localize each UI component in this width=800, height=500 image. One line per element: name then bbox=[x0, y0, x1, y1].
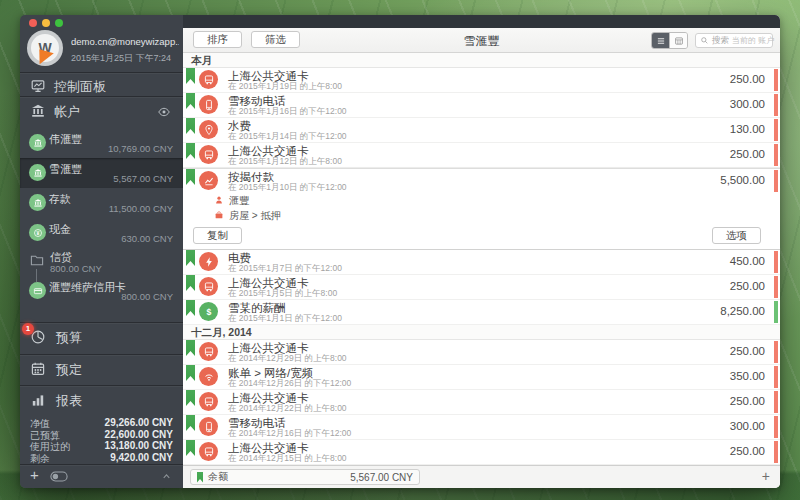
transaction-row[interactable]: 上海公共交通卡在 2015年1月12日 的上午8:00250.00 bbox=[183, 143, 780, 168]
window-controls bbox=[29, 19, 63, 27]
main-area: 排序 筛选 雪滙豐 搜索 当前的 账户 本月上海公共交通卡在 2015 bbox=[183, 15, 780, 488]
grid-view-icon[interactable] bbox=[669, 33, 687, 48]
sidebar-item-报表[interactable]: 报表 bbox=[20, 387, 183, 413]
transaction-amount: 250.00 bbox=[730, 445, 765, 457]
bank-icon bbox=[29, 134, 46, 151]
transaction-date: 在 2014年12月22日 的上午8:00 bbox=[228, 403, 347, 415]
bus-icon bbox=[199, 70, 218, 89]
transaction-amount: 130.00 bbox=[730, 123, 765, 135]
flag-icon bbox=[197, 472, 203, 483]
transaction-row[interactable]: 雪某的薪酬在 2015年1月1日 的下午12:008,250.00 bbox=[183, 300, 780, 325]
flag-icon[interactable] bbox=[186, 118, 195, 134]
group-header: 本月 bbox=[183, 53, 780, 68]
bus-icon bbox=[199, 442, 218, 461]
transaction-row[interactable]: 上海公共交通卡在 2014年12月29日 的上午8:00250.00 bbox=[183, 340, 780, 365]
transaction-date: 在 2015年1月1日 的下午12:00 bbox=[228, 313, 342, 325]
bank-icon bbox=[29, 194, 46, 211]
sidebar-item-预算[interactable]: 1预算 bbox=[20, 324, 183, 350]
transaction-type-strip bbox=[774, 301, 778, 323]
account-balance: 11,500.00 CNY bbox=[109, 203, 173, 214]
divider bbox=[20, 464, 183, 465]
transaction-date: 在 2015年1月14日 的下午12:00 bbox=[228, 131, 347, 143]
flag-icon[interactable] bbox=[186, 415, 195, 431]
add-account-button[interactable]: + bbox=[30, 467, 39, 482]
flag-icon[interactable] bbox=[186, 93, 195, 109]
expanded-transaction: 按揭付款在 2015年1月10日 的下午12:005,500.00滙豐房屋 > … bbox=[183, 168, 780, 250]
account-name: 现金 bbox=[49, 222, 71, 237]
transaction-row[interactable]: 水费在 2015年1月14日 的下午12:00130.00 bbox=[183, 118, 780, 143]
flag-icon[interactable] bbox=[186, 68, 195, 84]
transaction-row[interactable]: 上海公共交通卡在 2015年1月5日 的上午8:00250.00 bbox=[183, 275, 780, 300]
transaction-row[interactable]: 上海公共交通卡在 2014年12月22日 的上午8:00250.00 bbox=[183, 390, 780, 415]
transaction-date: 在 2015年1月12日 的上午8:00 bbox=[228, 156, 342, 168]
transaction-type-strip bbox=[774, 441, 778, 463]
list-view-icon[interactable] bbox=[652, 33, 669, 48]
account-balance: 800.00 CNY bbox=[50, 263, 102, 274]
sidebar-section-accounts[interactable]: 帐户 bbox=[20, 99, 183, 123]
flag-icon[interactable] bbox=[186, 275, 195, 291]
expanded-buttons: 复制选项 bbox=[183, 223, 780, 249]
toggle-switch-icon[interactable] bbox=[50, 471, 68, 482]
transaction-type-strip bbox=[774, 170, 778, 192]
transaction-amount: 250.00 bbox=[730, 395, 765, 407]
moneywiz-window: W demo.cn@moneywizapp.... 2015年1月25日 下午7… bbox=[20, 15, 780, 488]
transaction-type-strip bbox=[774, 69, 778, 91]
transaction-row[interactable]: 雪移动电话在 2015年1月16日 的下午12:00300.00 bbox=[183, 93, 780, 118]
transaction-amount: 450.00 bbox=[730, 255, 765, 267]
flag-icon[interactable] bbox=[186, 340, 195, 356]
bus-icon bbox=[199, 277, 218, 296]
stat-value: 29,266.00 CNY bbox=[105, 417, 173, 428]
sidebar-account-滙豐维萨信用卡[interactable]: 滙豐维萨信用卡800.00 CNY bbox=[20, 276, 183, 306]
stat-value: 13,180.00 CNY bbox=[105, 440, 173, 451]
sidebar-account-雪滙豐[interactable]: 雪滙豐5,567.00 CNY bbox=[20, 158, 183, 188]
account-balance: 630.00 CNY bbox=[121, 233, 173, 244]
add-transaction-button[interactable]: + bbox=[762, 468, 770, 484]
flag-icon[interactable] bbox=[186, 390, 195, 406]
flag-icon[interactable] bbox=[186, 169, 195, 185]
transaction-date: 在 2015年1月19日 的上午8:00 bbox=[228, 81, 342, 93]
view-toggle bbox=[651, 32, 688, 49]
sidebar-item-dashboard[interactable]: 控制面板 bbox=[20, 74, 183, 98]
sidebar-account-信贷[interactable]: 信贷800.00 CNY bbox=[20, 248, 183, 276]
stat-row: 使用过的13,180.00 CNY bbox=[20, 440, 183, 452]
account-balance: 10,769.00 CNY bbox=[108, 143, 173, 154]
avatar[interactable]: W bbox=[27, 30, 63, 66]
footer-bar: 余额 5,567.00 CNY + bbox=[183, 465, 780, 488]
transaction-type-strip bbox=[774, 416, 778, 438]
flag-icon[interactable] bbox=[186, 250, 195, 266]
transaction-type-strip bbox=[774, 94, 778, 116]
zoom-window-button[interactable] bbox=[55, 19, 63, 27]
copy-button[interactable]: 复制 bbox=[193, 227, 242, 244]
mobile-phone-icon bbox=[199, 417, 218, 436]
options-button[interactable]: 选项 bbox=[712, 227, 761, 244]
toolbar: 排序 筛选 雪滙豐 搜索 当前的 账户 bbox=[183, 28, 780, 53]
close-window-button[interactable] bbox=[29, 19, 37, 27]
transaction-date: 在 2014年12月16日 的下午12:00 bbox=[228, 428, 351, 440]
transaction-row[interactable]: 雪移动电话在 2014年12月16日 的下午12:00300.00 bbox=[183, 415, 780, 440]
transaction-row[interactable]: 按揭付款在 2015年1月10日 的下午12:005,500.00 bbox=[183, 169, 780, 193]
flag-icon[interactable] bbox=[186, 440, 195, 456]
sidebar-item-预定[interactable]: 预定 bbox=[20, 356, 183, 382]
stat-row: 剩余9,420.00 CNY bbox=[20, 452, 183, 464]
bank-icon bbox=[29, 164, 46, 181]
sidebar-account-伟滙豐[interactable]: 伟滙豐10,769.00 CNY bbox=[20, 128, 183, 158]
minimize-window-button[interactable] bbox=[42, 19, 50, 27]
flag-icon[interactable] bbox=[186, 143, 195, 159]
search-input[interactable]: 搜索 当前的 账户 bbox=[695, 33, 773, 48]
flag-icon[interactable] bbox=[186, 365, 195, 381]
transaction-date: 在 2015年1月7日 的下午12:00 bbox=[228, 263, 342, 275]
bank-icon bbox=[30, 103, 46, 119]
flag-icon[interactable] bbox=[186, 300, 195, 316]
sidebar-account-现金[interactable]: 现金630.00 CNY bbox=[20, 218, 183, 248]
transaction-row[interactable]: 上海公共交通卡在 2015年1月19日 的上午8:00250.00 bbox=[183, 68, 780, 93]
balance-label: 余额 bbox=[208, 470, 228, 484]
transaction-row[interactable]: 账单 > 网络/宽频在 2014年12月26日 的下午12:00350.00 bbox=[183, 365, 780, 390]
transaction-row[interactable]: 电费在 2015年1月7日 的下午12:00450.00 bbox=[183, 250, 780, 275]
sidebar-account-存款[interactable]: 存款11,500.00 CNY bbox=[20, 188, 183, 218]
chevron-up-icon[interactable] bbox=[161, 471, 172, 482]
transaction-type-strip bbox=[774, 251, 778, 273]
bus-icon bbox=[199, 145, 218, 164]
divider bbox=[20, 72, 183, 73]
eye-icon[interactable] bbox=[157, 105, 171, 119]
transaction-row[interactable]: 上海公共交通卡在 2014年12月15日 的上午8:00250.00 bbox=[183, 440, 780, 465]
